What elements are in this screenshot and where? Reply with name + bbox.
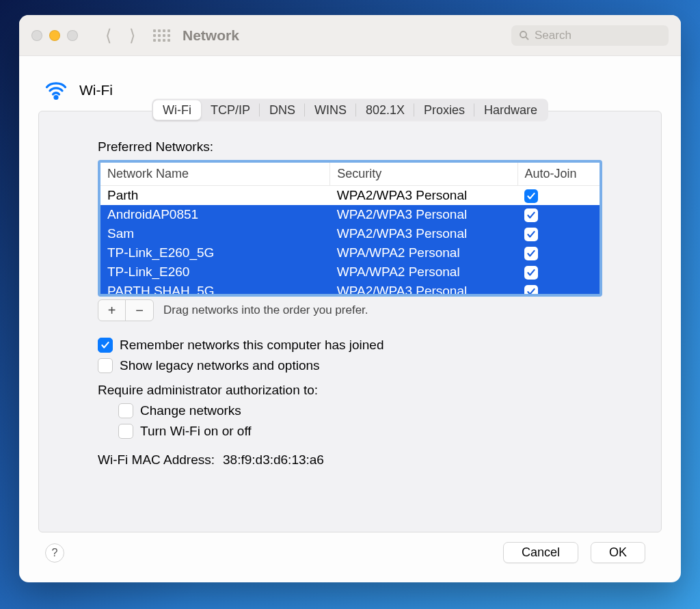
network-name-cell: Sam bbox=[100, 224, 330, 243]
show-legacy-checkbox[interactable] bbox=[98, 358, 113, 373]
network-security-cell: WPA/WPA2 Personal bbox=[330, 262, 517, 282]
change-networks-label: Change networks bbox=[140, 403, 241, 418]
remember-networks-checkbox[interactable] bbox=[98, 338, 113, 353]
turn-wifi-checkbox[interactable] bbox=[118, 424, 133, 439]
network-security-cell: WPA2/WPA3 Personal bbox=[330, 205, 517, 224]
preferences-window: ⟨ ⟩ Network Search Wi-Fi bbox=[19, 15, 681, 582]
network-name-cell: TP-Link_E260 bbox=[100, 262, 330, 282]
autojoin-checkbox[interactable] bbox=[524, 247, 538, 260]
network-security-cell: WPA2/WPA3 Personal bbox=[330, 186, 517, 206]
ok-button[interactable]: OK bbox=[591, 542, 645, 563]
svg-line-1 bbox=[526, 36, 528, 39]
autojoin-checkbox[interactable] bbox=[524, 228, 538, 241]
titlebar: ⟨ ⟩ Network Search bbox=[19, 15, 681, 56]
search-placeholder: Search bbox=[535, 29, 571, 42]
autojoin-checkbox[interactable] bbox=[524, 208, 538, 222]
network-name-cell: TP-Link_E260_5G bbox=[100, 243, 330, 262]
network-autojoin-cell bbox=[517, 205, 600, 224]
networks-table[interactable]: Network Name Security Auto-Join ParthWPA… bbox=[98, 160, 602, 297]
minimize-window-button[interactable] bbox=[49, 30, 60, 41]
col-network-name[interactable]: Network Name bbox=[100, 163, 330, 186]
window-title: Network bbox=[183, 27, 239, 44]
tab-wi-fi[interactable]: Wi-Fi bbox=[153, 100, 201, 120]
window-controls bbox=[31, 30, 78, 41]
network-name-cell: AndroidAP0851 bbox=[100, 205, 330, 224]
add-network-button[interactable]: + bbox=[98, 300, 126, 321]
page-title: Wi-Fi bbox=[79, 82, 113, 98]
tab-802-1x[interactable]: 802.1X bbox=[356, 100, 414, 120]
autojoin-checkbox[interactable] bbox=[524, 189, 538, 203]
show-all-icon[interactable] bbox=[153, 29, 170, 42]
search-field[interactable]: Search bbox=[511, 25, 669, 46]
col-auto-join[interactable]: Auto-Join bbox=[517, 163, 600, 186]
network-autojoin-cell bbox=[517, 186, 600, 206]
table-row[interactable]: ParthWPA2/WPA3 Personal bbox=[100, 186, 600, 206]
tabs: Wi-FiTCP/IPDNSWINS802.1XProxiesHardware bbox=[152, 99, 548, 122]
network-autojoin-cell bbox=[517, 243, 600, 262]
remove-network-button[interactable]: − bbox=[126, 300, 153, 321]
tab-tcp-ip[interactable]: TCP/IP bbox=[201, 100, 260, 120]
table-row[interactable]: PARTH SHAH_5GWPA2/WPA3 Personal bbox=[100, 282, 600, 297]
cancel-button[interactable]: Cancel bbox=[503, 542, 578, 563]
network-security-cell: WPA/WPA2 Personal bbox=[330, 243, 517, 262]
turn-wifi-label: Turn Wi-Fi on or off bbox=[140, 424, 252, 439]
table-row[interactable]: TP-Link_E260WPA/WPA2 Personal bbox=[100, 262, 600, 282]
settings-panel: Wi-FiTCP/IPDNSWINS802.1XProxiesHardware … bbox=[38, 111, 662, 532]
table-row[interactable]: TP-Link_E260_5GWPA/WPA2 Personal bbox=[100, 243, 600, 262]
remember-networks-label: Remember networks this computer has join… bbox=[120, 338, 384, 353]
network-autojoin-cell bbox=[517, 282, 600, 297]
add-remove-buttons: + − bbox=[98, 299, 154, 321]
drag-hint: Drag networks into the order you prefer. bbox=[163, 303, 368, 317]
tab-hardware[interactable]: Hardware bbox=[474, 100, 547, 120]
network-security-cell: WPA2/WPA3 Personal bbox=[330, 282, 517, 297]
change-networks-checkbox[interactable] bbox=[118, 403, 133, 418]
network-name-cell: Parth bbox=[100, 186, 330, 206]
col-security[interactable]: Security bbox=[330, 163, 517, 186]
back-button[interactable]: ⟨ bbox=[105, 26, 111, 45]
network-autojoin-cell bbox=[517, 224, 600, 243]
close-window-button[interactable] bbox=[31, 30, 42, 41]
help-button[interactable]: ? bbox=[45, 543, 64, 563]
network-autojoin-cell bbox=[517, 262, 600, 282]
show-legacy-label: Show legacy networks and options bbox=[120, 358, 320, 373]
nav-controls: ⟨ ⟩ bbox=[105, 26, 170, 45]
network-security-cell: WPA2/WPA3 Personal bbox=[330, 224, 517, 243]
preferred-networks-label: Preferred Networks: bbox=[98, 139, 602, 154]
autojoin-checkbox[interactable] bbox=[524, 266, 538, 280]
tab-proxies[interactable]: Proxies bbox=[414, 100, 474, 120]
mac-address-label: Wi-Fi MAC Address: bbox=[98, 452, 215, 468]
forward-button[interactable]: ⟩ bbox=[129, 26, 135, 45]
svg-point-0 bbox=[520, 31, 526, 38]
tab-wins[interactable]: WINS bbox=[305, 100, 356, 120]
tab-dns[interactable]: DNS bbox=[260, 100, 305, 120]
require-admin-label: Require administrator authorization to: bbox=[98, 383, 602, 398]
search-icon bbox=[518, 29, 530, 42]
autojoin-checkbox[interactable] bbox=[524, 285, 538, 297]
table-row[interactable]: SamWPA2/WPA3 Personal bbox=[100, 224, 600, 243]
mac-address-value: 38:f9:d3:d6:13:a6 bbox=[223, 452, 324, 468]
table-row[interactable]: AndroidAP0851WPA2/WPA3 Personal bbox=[100, 205, 600, 224]
network-name-cell: PARTH SHAH_5G bbox=[100, 282, 330, 297]
zoom-window-button[interactable] bbox=[67, 30, 78, 41]
